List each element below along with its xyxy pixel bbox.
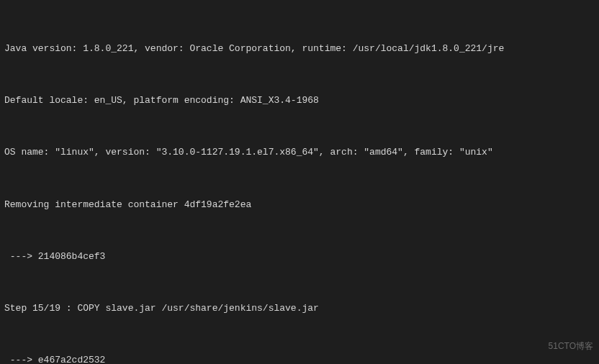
- output-line: OS name: "linux", version: "3.10.0-1127.…: [4, 144, 595, 161]
- output-line: Removing intermediate container 4df19a2f…: [4, 196, 595, 214]
- output-line: Java version: 1.8.0_221, vendor: Oracle …: [4, 40, 595, 58]
- output-line: Default locale: en_US, platform encoding…: [4, 92, 595, 109]
- output-line: ---> e467a2cd2532: [4, 352, 595, 364]
- output-line: ---> 214086b4cef3: [4, 248, 595, 265]
- watermark: 51CTO博客: [549, 340, 593, 352]
- output-line: Step 15/19 : COPY slave.jar /usr/share/j…: [4, 300, 595, 317]
- terminal-output: Java version: 1.8.0_221, vendor: Oracle …: [0, 0, 599, 364]
